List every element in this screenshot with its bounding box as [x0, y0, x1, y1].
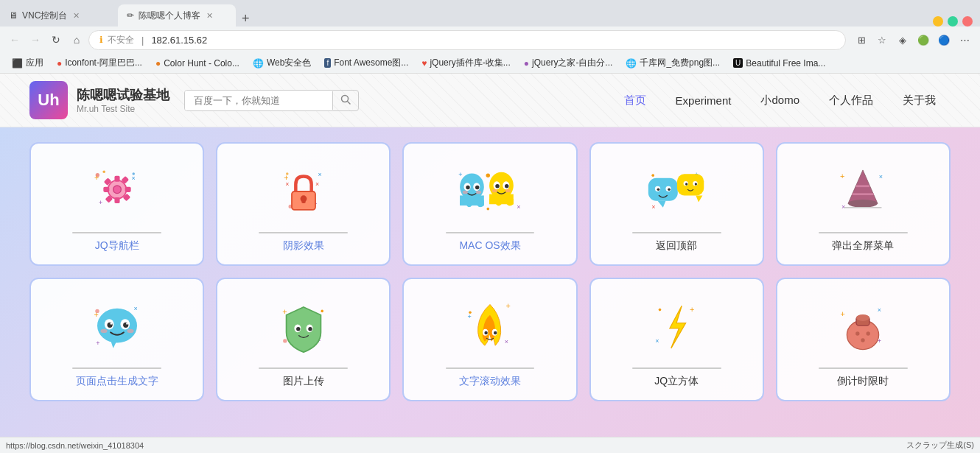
svg-text:×: × [505, 338, 508, 345]
window-maximize-button[interactable] [948, 16, 958, 27]
svg-text:×: × [133, 305, 137, 312]
card-icon-lightning: + × [603, 294, 751, 360]
card-countdown[interactable]: + × + [776, 278, 951, 401]
jquery-plugin-icon: ♥ [421, 58, 427, 68]
bookmark-label: jQuery插件库-收集... [430, 57, 510, 69]
bookmark-websafe[interactable]: 🌐 Web安全色 [247, 55, 317, 71]
svg-rect-25 [301, 199, 305, 203]
tab-blog[interactable]: ✏ 陈嗯嗯个人博客 ✕ [118, 4, 236, 27]
card-label: 弹出全屏菜单 [832, 239, 894, 253]
status-right: スクラップ生成(S) [906, 440, 974, 451]
iconfont-icon: ● [57, 58, 62, 68]
card-macos[interactable]: + × MAC OS效果 [402, 142, 577, 266]
back-button[interactable]: ← [6, 31, 24, 49]
bookmark-iconfont[interactable]: ● Iconfont-阿里巴巴... [51, 55, 148, 71]
menu-icon[interactable]: ⋯ [955, 30, 974, 49]
card-shadow[interactable]: + × + [216, 142, 391, 266]
bookmark-apps[interactable]: ⬛ 应用 [6, 55, 49, 71]
svg-rect-11 [114, 197, 119, 203]
tab-close[interactable]: ✕ [71, 11, 81, 21]
svg-text:+: + [690, 305, 694, 314]
nav-demo[interactable]: 小domo [746, 88, 814, 113]
tab-close-blog[interactable]: ✕ [205, 11, 214, 21]
svg-text:×: × [285, 180, 289, 188]
card-divider [819, 367, 908, 369]
nav-works[interactable]: 个人作品 [814, 88, 888, 113]
card-label: 阴影效果 [283, 239, 324, 253]
svg-rect-57 [677, 174, 704, 195]
nav-about[interactable]: 关于我 [888, 88, 951, 113]
bookmark-label: jQuery之家-自由分... [532, 57, 612, 69]
bookmark-jquery-home[interactable]: ● jQuery之家-自由分... [518, 55, 619, 71]
svg-point-45 [486, 208, 489, 211]
card-icon-ghost: + × [416, 158, 564, 225]
card-click-text[interactable]: + × + [29, 278, 204, 401]
card-divider [72, 232, 161, 233]
tab-favicon-blog: ✏ [127, 10, 134, 21]
card-icon-chat: + × [603, 158, 751, 225]
tab-vnc[interactable]: 🖥 VNC控制台 ✕ [0, 4, 118, 27]
site-title: 陈嗯嗯试验基地 [77, 86, 169, 104]
card-divider [819, 232, 908, 233]
svg-text:+: + [467, 313, 471, 320]
svg-point-55 [657, 188, 660, 191]
svg-point-3 [102, 171, 105, 174]
site-header: Uh 陈嗯嗯试验基地 Mr.uh Test Site 首页 Experiment… [0, 74, 980, 127]
svg-point-83 [100, 329, 107, 333]
card-cube[interactable]: + × JQ立方体 [589, 278, 764, 401]
translate-icon[interactable]: ⊞ [852, 30, 871, 49]
svg-point-48 [652, 174, 655, 177]
card-icon-flame: + + × [416, 294, 564, 360]
svg-point-9 [113, 186, 121, 194]
card-divider [632, 232, 721, 233]
bookmark-qianku[interactable]: 🌐 千库网_免费png图... [620, 55, 726, 71]
new-tab-button[interactable]: + [236, 11, 256, 27]
svg-point-43 [505, 189, 511, 193]
nav-experiment[interactable]: Experiment [661, 88, 746, 113]
window-minimize-button[interactable] [933, 16, 943, 27]
svg-rect-13 [103, 187, 109, 192]
search-input[interactable] [185, 91, 332, 110]
card-scroll-text[interactable]: + + × [402, 278, 577, 401]
card-icon-bubble: + × + [43, 294, 191, 360]
bookmark-jquery-plugins[interactable]: ♥ jQuery插件库-收集... [416, 55, 516, 71]
bookmark-star-icon[interactable]: ☆ [872, 30, 892, 49]
svg-point-110 [855, 331, 859, 335]
lock-icon: ℹ [99, 35, 103, 45]
svg-text:×: × [841, 203, 845, 211]
edge-icon[interactable]: 🔵 [934, 30, 953, 49]
status-bar: https://blog.csdn.net/weixin_41018304 スク… [0, 437, 980, 453]
svg-rect-12 [125, 187, 130, 192]
card-upload[interactable]: + + [216, 278, 391, 401]
svg-point-42 [492, 189, 497, 193]
bookmark-fontawesome[interactable]: f Font Awesome图... [318, 55, 414, 71]
svg-point-34 [463, 191, 468, 194]
site-subtitle: Mr.uh Test Site [77, 104, 169, 114]
address-bar[interactable]: ℹ 不安全 | 182.61.15.62 [88, 30, 846, 50]
card-grid-row1: + × + [29, 142, 951, 266]
reload-button[interactable]: ↻ [47, 31, 65, 49]
svg-point-62 [695, 183, 697, 185]
search-button[interactable] [332, 91, 358, 110]
site-nav: 首页 Experiment 小domo 个人作品 关于我 [609, 88, 951, 113]
card-fullscreen-menu[interactable]: + × × [776, 142, 951, 266]
profile-icon[interactable]: ◈ [893, 30, 912, 49]
forward-button[interactable]: → [27, 31, 44, 49]
nav-home[interactable]: 首页 [609, 88, 661, 113]
colorhunt-icon: ● [155, 58, 161, 68]
extensions-icon[interactable]: 🟢 [914, 30, 933, 49]
bookmark-colorhunt[interactable]: ● Color Hunt - Colo... [150, 57, 245, 70]
card-backtop[interactable]: + × [589, 142, 764, 266]
card-icon-shield: + + [229, 294, 377, 360]
svg-point-86 [321, 310, 323, 313]
svg-text:×: × [315, 180, 319, 188]
card-jq-nav[interactable]: + × + [29, 142, 204, 266]
home-button[interactable]: ⌂ [68, 31, 85, 49]
card-divider [259, 232, 348, 233]
svg-point-112 [861, 338, 865, 342]
fontawesome-icon: f [324, 58, 331, 68]
card-divider [446, 232, 535, 233]
bookmark-unsplash[interactable]: U Beautiful Free Ima... [727, 57, 831, 70]
bookmark-label: Font Awesome图... [334, 57, 408, 69]
window-close-button[interactable] [962, 16, 973, 27]
